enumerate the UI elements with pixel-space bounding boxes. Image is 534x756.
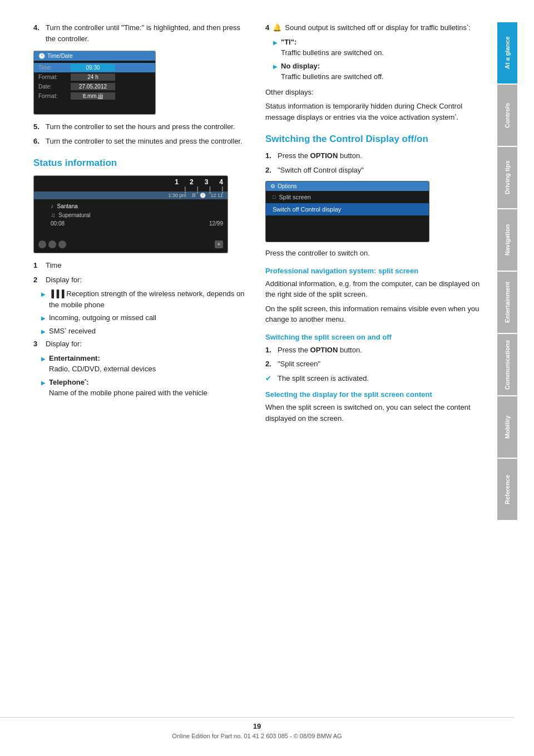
step-6-number: 6. [33, 136, 42, 147]
artist-name: Santana [57, 203, 78, 209]
row1-value: 09:30 [71, 64, 115, 71]
status-screen: 1 2 3 4 | | | | 1:30 pm .lll 🕐 12 1 [33, 175, 228, 253]
step-6-text: Turn the controller to set the minutes a… [46, 136, 243, 147]
page-number: 19 [0, 722, 514, 730]
row2-value: 24 h [71, 73, 115, 81]
switching-split-title: Switching the split screen on and off [265, 333, 481, 341]
row2-label: Format: [38, 74, 71, 80]
song-row: ♫ Supernatural [51, 210, 223, 219]
page-counter: 12/99 [209, 220, 223, 227]
legend-1-text: Time [46, 260, 61, 271]
sidebar-tab-navigation[interactable]: Navigation [497, 209, 517, 271]
status-signal: .lll [191, 193, 196, 198]
left-column: 4. Turn the controller until "Time:" is … [33, 22, 249, 723]
row3-label: Date: [38, 84, 71, 90]
status-info-title: Status information [33, 158, 249, 169]
press-controller-text: Press the controller to switch on. [265, 248, 481, 259]
bullet-r1-text: "TI":Traffic bulletins are switched on. [281, 37, 384, 58]
step-4r-text: Sound output is switched off or display … [285, 22, 471, 33]
options-switch-off[interactable]: Switch off Control display [266, 203, 429, 215]
page-wrapper: 4. Turn the controller until "Time:" is … [0, 0, 534, 756]
sidebar-tab-entertainment[interactable]: Entertainment [497, 272, 517, 333]
switch-off-label: Switch off Control display [273, 206, 341, 213]
legend: 1 Time 2 Display for: ▶ ▐▐▐ Reception st… [33, 260, 249, 399]
split-step2-text: "Split screen" [278, 359, 320, 370]
expand-button[interactable]: + [215, 240, 223, 248]
artist-row: ♪ Santana [51, 202, 223, 210]
legend-2: 2 Display for: [33, 274, 249, 286]
split-step1-text: Press the OPTION button. [278, 345, 362, 356]
nav-dots [38, 240, 66, 248]
screen-row-1: Time: 09:30 [34, 63, 155, 72]
legend-3: 3 Display for: [33, 338, 249, 350]
tri-r1: ▶ [273, 38, 279, 58]
footer-text: Online Edition for Part no. 01 41 2 603 … [172, 733, 342, 739]
row4-value: tt.mm.jjjj [71, 92, 115, 100]
other-displays-title: Other displays: [265, 87, 481, 98]
legend-1-num: 1 [33, 260, 42, 271]
bullet-3-1: ▶ Entertainment:Radio, CD/DVD, external … [41, 353, 249, 375]
number-lines: | | | | [185, 186, 223, 193]
num1: 1 [175, 178, 179, 186]
options-screen: ⚙ Options □ Split screen Switch off Cont… [265, 181, 429, 242]
bullet-2-2-text: Incoming, outgoing or missed call [49, 312, 156, 323]
step-4: 4. Turn the controller until "Time:" is … [33, 22, 249, 44]
nav-dot-3 [58, 240, 66, 248]
prof-nav-text2: On the split screen, this information re… [265, 303, 481, 325]
split-activated-text: The split screen is activated. [278, 373, 369, 384]
page-footer: 19 Online Edition for Part no. 01 41 2 6… [0, 717, 514, 739]
bullet-2-1: ▶ ▐▐▐ Reception strength of the wireless… [41, 288, 249, 310]
split-step-1: 1. Press the OPTION button. [265, 345, 481, 356]
switch-step-2: 2. "Switch off Control display" [265, 165, 481, 176]
nav-dot-2 [48, 240, 56, 248]
switch-step-1: 1. Press the OPTION button. [265, 150, 481, 161]
options-split-screen[interactable]: □ Split screen [266, 191, 429, 203]
bullet-r-2: ▶ No display:Traffic bulletins are switc… [273, 61, 481, 82]
nav-dot [38, 240, 46, 248]
sidebar-tab-at-a-glance[interactable]: At a glance [497, 22, 517, 84]
bullet-3-2: ▶ Telephone*:Name of the mobile phone pa… [41, 377, 249, 399]
bullet-2-3-text: SMS* received [49, 326, 96, 337]
duration-row: 00:08 12/99 [51, 219, 223, 228]
legend-2-text: Display for: [46, 274, 82, 286]
sidebar-tab-controls[interactable]: Controls [497, 85, 517, 146]
tri-icon-2: ▶ [41, 314, 47, 323]
step-5-number: 5. [33, 121, 42, 132]
selecting-text: When the split screen is switched on, yo… [265, 402, 481, 424]
bullet-r-1: ▶ "TI":Traffic bulletins are switched on… [273, 37, 481, 58]
split-checkbox-icon: □ [273, 194, 275, 200]
legend-3-num: 3 [33, 338, 42, 350]
song-name: Supernatural [58, 212, 90, 218]
sidebar-tab-driving-tips[interactable]: Driving tips [497, 147, 517, 208]
step-5: 5. Turn the controller to set the hours … [33, 121, 249, 132]
legend-1: 1 Time [33, 260, 249, 271]
screen-row-4: Format: tt.mm.jjjj [34, 91, 155, 101]
sidebar-tab-communications[interactable]: Communications [497, 334, 517, 395]
step-4r-num: 4 [265, 22, 269, 33]
bullet-2-3: ▶ SMS* received [41, 326, 249, 337]
options-header: ⚙ Options [266, 181, 429, 191]
screen-header-title: Time/Date [47, 53, 73, 59]
num2: 2 [190, 178, 194, 186]
screen-row-3: Date: 27.05.2012 [34, 82, 155, 91]
right-sidebar: At a glance Controls Driving tips Naviga… [497, 22, 517, 723]
sidebar-tab-mobility[interactable]: Mobility [497, 396, 517, 458]
legend-2-num: 2 [33, 274, 42, 286]
status-clock-time: 12 11 [210, 193, 223, 198]
music-icon-1: ♪ [51, 203, 54, 209]
options-icon: ⚙ [270, 183, 275, 189]
time-date-screen: 🕐 Time/Date Time: 09:30 Format: 24 h Dat… [33, 51, 156, 115]
row1-label: Time: [38, 65, 71, 71]
sw-step2-num: 2. [265, 165, 274, 176]
music-info: ♪ Santana ♫ Supernatural 00:08 12/99 [51, 202, 223, 228]
tri-icon-5: ▶ [41, 379, 47, 399]
sidebar-tab-reference[interactable]: Reference [497, 459, 517, 520]
num3: 3 [205, 178, 209, 186]
sw-step2-text: "Switch off Control display" [278, 165, 364, 176]
step-4-right: 4 🔔 Sound output is switched off or disp… [265, 22, 481, 33]
selecting-title: Selecting the display for the split scre… [265, 390, 481, 399]
bell-icon: 🔔 [273, 22, 281, 33]
status-clock-icon: 🕐 [200, 193, 206, 198]
prof-nav-title: Professional navigation system: split sc… [265, 267, 481, 275]
step-5-text: Turn the controller to set the hours and… [46, 121, 235, 132]
